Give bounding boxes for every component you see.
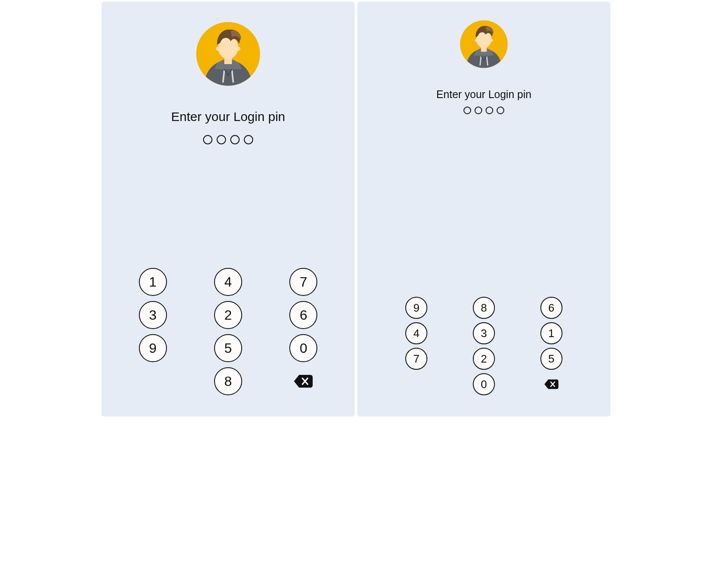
avatar-container [102,2,355,86]
pin-dot [230,135,240,144]
pin-dot [203,135,212,144]
key-4[interactable]: 4 [214,268,242,296]
keypad-col-2: 8 3 2 0 [473,297,495,395]
keypad-col-1: 9 4 7 [405,297,427,395]
person-icon [196,22,260,86]
key-7[interactable]: 7 [405,348,427,370]
svg-point-4 [236,47,240,51]
keypad: 9 4 7 8 3 2 0 6 1 5 [357,297,610,395]
key-3[interactable]: 3 [139,301,167,329]
key-6[interactable]: 6 [540,297,562,319]
key-6[interactable]: 6 [289,301,317,329]
key-1[interactable]: 1 [139,268,167,296]
backspace-icon [544,379,559,390]
svg-point-3 [216,47,220,51]
pin-screen-small: Enter your Login pin 9 4 7 8 3 2 0 6 1 5 [357,2,610,416]
avatar [460,20,508,68]
keypad: 1 3 9 4 2 5 8 7 6 0 [102,268,355,395]
key-2[interactable]: 2 [214,301,242,329]
pin-screens: Enter your Login pin 1 3 9 4 2 5 8 7 6 0 [100,0,612,418]
pin-title: Enter your Login pin [102,110,355,124]
pin-title: Enter your Login pin [357,88,610,101]
key-5[interactable]: 5 [540,348,562,370]
key-8[interactable]: 8 [214,367,242,395]
backspace-button[interactable] [289,367,317,395]
pin-dot [497,107,504,114]
pin-dot [463,107,471,114]
key-0[interactable]: 0 [473,373,495,395]
pin-dot [244,135,253,144]
pin-dot [486,107,493,114]
pin-indicator [357,107,610,114]
svg-point-9 [490,39,493,42]
avatar [196,22,260,86]
key-2[interactable]: 2 [473,348,495,370]
pin-dot [475,107,482,114]
key-5[interactable]: 5 [214,334,242,362]
backspace-button[interactable] [540,373,562,395]
keypad-col-3: 7 6 0 [289,268,317,395]
keypad-col-3: 6 1 5 [540,297,562,395]
key-9[interactable]: 9 [139,334,167,362]
pin-screen-large: Enter your Login pin 1 3 9 4 2 5 8 7 6 0 [102,2,355,416]
key-1[interactable]: 1 [540,322,562,344]
key-8[interactable]: 8 [473,297,495,319]
backspace-icon [293,374,314,388]
pin-indicator [102,135,355,144]
key-9[interactable]: 9 [405,297,427,319]
key-4[interactable]: 4 [405,322,427,344]
person-icon [460,20,508,68]
svg-point-8 [475,39,477,42]
keypad-col-1: 1 3 9 [139,268,167,395]
keypad-col-2: 4 2 5 8 [214,268,242,395]
key-7[interactable]: 7 [289,268,317,296]
pin-dot [217,135,226,144]
key-0[interactable]: 0 [289,334,317,362]
key-3[interactable]: 3 [473,322,495,344]
avatar-container [357,2,610,68]
